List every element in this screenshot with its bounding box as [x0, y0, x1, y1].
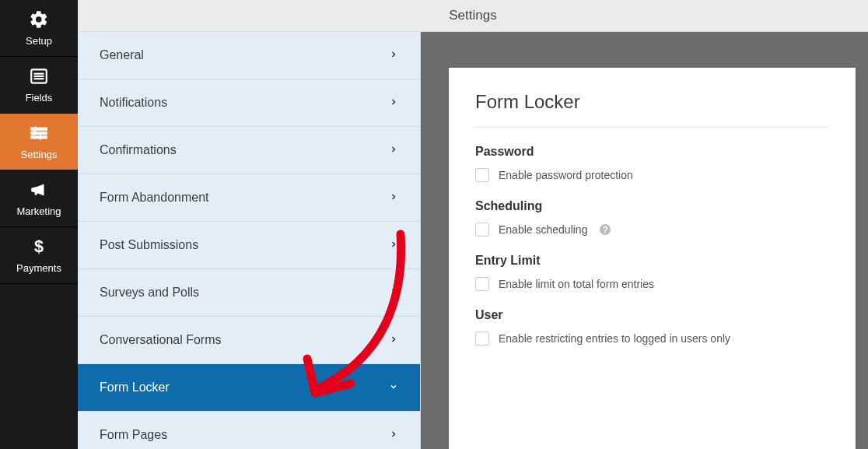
settings-item-label: Post Submissions [100, 238, 198, 252]
chevron-right-icon [389, 191, 398, 205]
checkbox-entrylimit[interactable] [475, 277, 489, 291]
settings-item-label: Conversational Forms [100, 333, 222, 347]
option-entrylimit: Enable limit on total form entries [475, 277, 829, 291]
nav-label: Marketing [16, 205, 61, 217]
settings-item-form-pages[interactable]: Form Pages [78, 412, 420, 449]
chevron-right-icon [389, 143, 398, 157]
chevron-right-icon [389, 96, 398, 110]
settings-item-form-locker[interactable]: Form Locker [78, 364, 420, 412]
option-label: Enable limit on total form entries [499, 278, 654, 290]
nav-payments[interactable]: $ Payments [0, 227, 78, 284]
nav-fields[interactable]: Fields [0, 57, 78, 114]
option-label: Enable password protection [499, 169, 633, 181]
chevron-right-icon [389, 238, 398, 252]
settings-item-surveys-polls[interactable]: Surveys and Polls [78, 269, 420, 317]
nav-marketing[interactable]: Marketing [0, 170, 78, 227]
nav-label: Setup [26, 35, 52, 47]
settings-item-label: Confirmations [100, 143, 177, 157]
settings-item-conversational-forms[interactable]: Conversational Forms [78, 317, 420, 364]
page-title: Settings [449, 8, 496, 23]
checkbox-user[interactable] [475, 331, 489, 346]
chevron-right-icon [389, 48, 398, 62]
help-icon[interactable]: ? [600, 224, 611, 235]
settings-item-confirmations[interactable]: Confirmations [78, 127, 420, 174]
chevron-down-icon [389, 381, 398, 395]
settings-item-form-abandonment[interactable]: Form Abandonment [78, 174, 420, 222]
app-root: Setup Fields Settings Marketing $ Paymen… [0, 0, 868, 449]
settings-item-label: Form Abandonment [100, 191, 209, 205]
option-label: Enable restricting entries to logged in … [499, 332, 730, 345]
topbar: Settings [78, 0, 868, 32]
checkbox-scheduling[interactable] [475, 223, 489, 237]
main-area: General Notifications Confirmations Form… [78, 32, 868, 449]
nav-settings[interactable]: Settings [0, 114, 78, 170]
section-entrylimit-title: Entry Limit [475, 254, 829, 268]
settings-item-post-submissions[interactable]: Post Submissions [78, 222, 420, 269]
icon-sidebar: Setup Fields Settings Marketing $ Paymen… [0, 0, 78, 449]
settings-list: General Notifications Confirmations Form… [78, 32, 421, 449]
section-user-title: User [475, 308, 829, 322]
chevron-right-icon [389, 428, 398, 442]
dollar-icon: $ [29, 237, 49, 259]
settings-item-label: Form Pages [100, 428, 167, 442]
panel-background: Form Locker Password Enable password pro… [421, 32, 868, 449]
card-title: Form Locker [475, 91, 829, 128]
bullhorn-icon [29, 180, 49, 202]
chevron-right-icon [389, 286, 398, 300]
settings-item-label: General [100, 48, 144, 62]
svg-text:$: $ [34, 237, 44, 256]
nav-label: Settings [21, 149, 58, 160]
option-password: Enable password protection [475, 168, 829, 182]
checkbox-password[interactable] [475, 168, 489, 182]
section-scheduling-title: Scheduling [475, 199, 829, 213]
settings-item-notifications[interactable]: Notifications [78, 79, 420, 127]
settings-item-label: Notifications [100, 96, 167, 110]
list-icon [29, 66, 49, 89]
nav-label: Payments [16, 262, 61, 274]
chevron-right-icon [389, 333, 398, 347]
nav-setup[interactable]: Setup [0, 0, 78, 57]
right-area: Settings General Notifications Confirmat… [78, 0, 868, 449]
option-scheduling: Enable scheduling ? [475, 223, 829, 237]
nav-label: Fields [26, 92, 53, 103]
gear-icon [29, 9, 49, 32]
settings-item-label: Form Locker [100, 381, 170, 395]
form-locker-card: Form Locker Password Enable password pro… [449, 68, 856, 449]
settings-item-label: Surveys and Polls [100, 286, 199, 300]
settings-item-general[interactable]: General [78, 32, 420, 79]
sliders-icon [29, 123, 49, 146]
option-user: Enable restricting entries to logged in … [475, 331, 829, 346]
section-password-title: Password [475, 145, 829, 159]
sidebar-filler [0, 284, 78, 449]
option-label: Enable scheduling [499, 223, 587, 236]
